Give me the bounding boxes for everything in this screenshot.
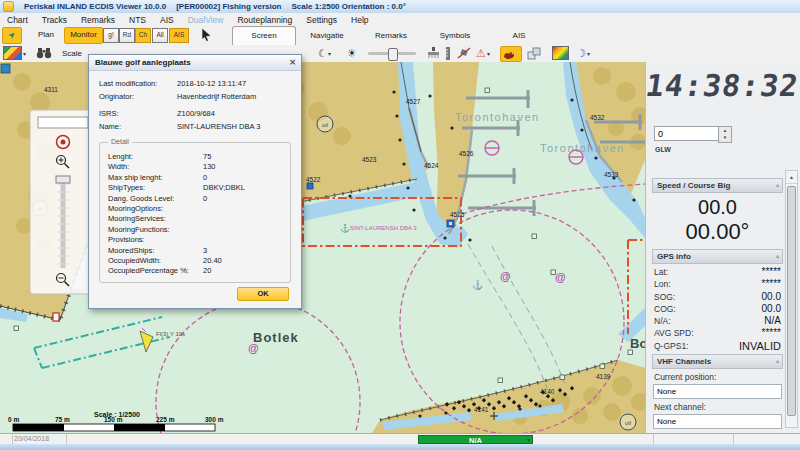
- dialog-title: Blauwe golf aanlegplaats: [95, 58, 289, 67]
- spin-up-icon[interactable]: ▲: [723, 128, 727, 133]
- sounding-label: 4139: [596, 373, 611, 380]
- sounding-label: 4532: [590, 114, 605, 121]
- chart-select-button[interactable]: ▾: [3, 46, 26, 60]
- window-title: Periskal INLAND ECDIS Viewer 10.0.0: [24, 2, 166, 11]
- svg-text:oil: oil: [625, 420, 631, 426]
- tab-navigatie[interactable]: Navigatie: [296, 28, 358, 43]
- plan-mode-button[interactable]: Plan: [33, 27, 59, 42]
- speed-readout: 00.0: [652, 195, 783, 219]
- collapse-icon: ▴: [776, 355, 779, 368]
- menu-dualview[interactable]: DualView: [181, 15, 231, 25]
- section-header-vhf[interactable]: VHF Channels ▴: [652, 354, 783, 369]
- ch-button[interactable]: Ch: [135, 28, 151, 43]
- sounding-label: 4525: [450, 211, 465, 218]
- chart-colors-icon: [3, 46, 22, 60]
- svg-text:oil: oil: [322, 122, 328, 128]
- detail-row: ShipTypes:DBKV;DBKL: [108, 183, 284, 193]
- warning-icon: ⚠: [476, 47, 486, 60]
- ruler-button[interactable]: [445, 46, 451, 60]
- section-header-speed[interactable]: Speed / Course Big ▴: [652, 178, 783, 193]
- alarms-button[interactable]: ⚠ ▾: [476, 46, 490, 60]
- light-characteristic-label: Fl(3) Y 10s: [156, 331, 185, 337]
- sounding-label: 4522: [306, 176, 321, 183]
- pointer-tool-button[interactable]: [200, 27, 216, 42]
- menu-routeplanning[interactable]: Routeplanning: [230, 15, 299, 25]
- zoom-panel[interactable]: [30, 110, 96, 294]
- rd-button[interactable]: Rd: [119, 28, 135, 43]
- collapse-icon: ▴: [776, 250, 779, 263]
- field-row: Originator:Havenbedrijf Rotterdam: [99, 90, 291, 103]
- gps-off-button[interactable]: [457, 46, 471, 60]
- sounding-label: 4524: [424, 162, 439, 169]
- tab-remarks[interactable]: Remarks: [360, 28, 422, 43]
- close-icon[interactable]: ✕: [289, 58, 296, 67]
- ok-button[interactable]: OK: [237, 287, 289, 301]
- scroll-up-icon[interactable]: ▲: [786, 171, 797, 184]
- menu-chart[interactable]: Chart: [0, 15, 35, 25]
- panel-sections: Speed / Course Big ▴ 00.0 00.00° GPS inf…: [652, 178, 783, 429]
- berth-at-icon: @: [555, 271, 566, 283]
- menu-bar: Chart Tracks Remarks NTS AIS DualView Ro…: [0, 13, 800, 26]
- scrollbar-thumb[interactable]: [787, 186, 796, 416]
- tab-ais[interactable]: AIS: [488, 28, 550, 43]
- menu-tracks[interactable]: Tracks: [35, 15, 74, 25]
- monitor-mode-button[interactable]: Monitor: [64, 27, 103, 44]
- follow-ship-icon: ➤: [4, 27, 19, 42]
- menu-remarks[interactable]: Remarks: [74, 15, 122, 25]
- menu-settings[interactable]: Settings: [299, 15, 344, 25]
- section-header-gps[interactable]: GPS info ▴: [652, 249, 783, 264]
- slider-track: [368, 52, 416, 55]
- slider-thumb[interactable]: [388, 48, 398, 61]
- instrument-panel: 14:38:32 0 ▲ ▼ GLW Speed / Course Big ▴ …: [645, 62, 800, 433]
- moon-icon: ☾: [318, 48, 327, 59]
- app-icon: [3, 1, 14, 12]
- glw-spinner[interactable]: ▲ ▼: [718, 126, 732, 143]
- spin-down-icon[interactable]: ▼: [723, 135, 727, 140]
- scale-tick-label: 225 m: [156, 416, 175, 423]
- status-na-badge[interactable]: N/A ▾: [418, 435, 533, 444]
- glw-input[interactable]: 0 ▲ ▼: [654, 126, 720, 141]
- tide-wave-icon: ☽: [576, 47, 586, 60]
- duck-icon: [501, 48, 517, 60]
- vhf-current-input[interactable]: None: [653, 384, 782, 399]
- area-label: Botlek: [253, 330, 299, 345]
- night-mode-button[interactable]: ☾ ▾: [318, 46, 331, 60]
- window-frame-bottom: [0, 444, 800, 450]
- all-button[interactable]: All: [152, 28, 168, 43]
- scale-tick-label: 75 m: [55, 416, 70, 423]
- follow-ship-button[interactable]: ➤: [2, 27, 22, 44]
- palette-button[interactable]: [552, 46, 569, 60]
- menu-ais[interactable]: AIS: [153, 15, 181, 25]
- chevron-down-icon: ▾: [487, 50, 490, 57]
- brightness-slider[interactable]: [368, 46, 416, 60]
- detail-group-title: Detail: [108, 138, 132, 145]
- objects-button[interactable]: [527, 46, 543, 60]
- brightness-button[interactable]: ☀: [347, 46, 357, 60]
- tab-screen[interactable]: Screen: [232, 26, 296, 45]
- zoom-slider-thumb[interactable]: [56, 176, 70, 183]
- vhf-next-input[interactable]: None: [653, 414, 782, 429]
- collapse-icon: ▴: [776, 179, 779, 192]
- search-button[interactable]: [36, 46, 52, 60]
- dialog-title-bar[interactable]: Blauwe golf aanlegplaats ✕: [89, 55, 301, 71]
- panel-scrollbar[interactable]: ▲: [785, 170, 798, 428]
- scale-orientation-readout: Scale 1:2500 Orientation : 0.0°: [292, 2, 406, 11]
- sun-icon: ☀: [347, 47, 357, 60]
- chevron-down-icon: ▾: [23, 50, 26, 57]
- tide-button[interactable]: ☽ ▾: [576, 46, 590, 60]
- glw-label: GLW: [655, 146, 671, 153]
- menu-help[interactable]: Help: [344, 15, 375, 25]
- tab-symbols[interactable]: Symbols: [424, 28, 486, 43]
- alarm-g-button[interactable]: g!: [103, 28, 119, 43]
- harbor-label: Torontohaven: [455, 111, 540, 123]
- field-row: ISRS:Z100/9/684: [99, 107, 291, 120]
- menu-nts[interactable]: NTS: [122, 15, 153, 25]
- chevron-down-icon: ▾: [328, 50, 331, 57]
- detail-row: Dang. Goods Level:0: [108, 194, 284, 204]
- clock-display: 14:38:32: [644, 68, 800, 103]
- birds-eye-button[interactable]: [500, 46, 522, 62]
- gps-row: Lon:*****: [652, 278, 783, 290]
- field-row: Name:SINT-LAURENSH DBA 3: [99, 120, 291, 133]
- ais-button[interactable]: AIS: [169, 28, 189, 43]
- depth-paint-button[interactable]: [427, 46, 440, 60]
